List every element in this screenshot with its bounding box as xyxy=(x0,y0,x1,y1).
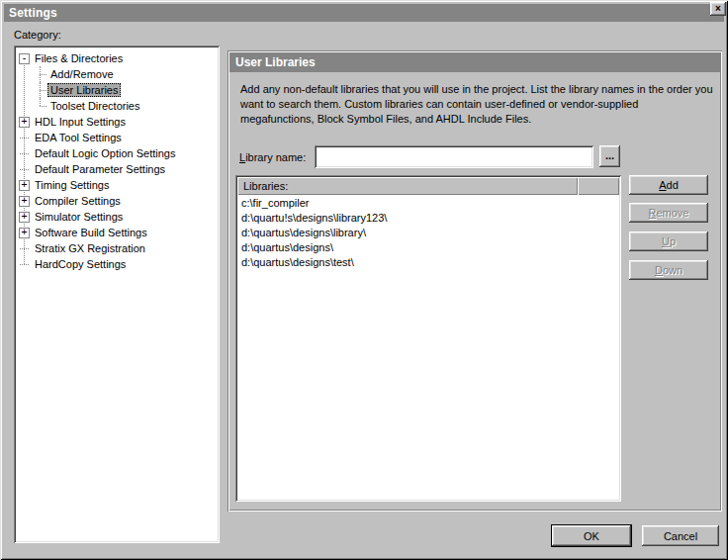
browse-button[interactable]: ... xyxy=(599,145,620,167)
tree-item-label[interactable]: HardCopy Settings xyxy=(32,257,129,271)
tree-item-default-logic-option-settings[interactable]: Default Logic Option Settings xyxy=(16,145,218,161)
library-path-item[interactable]: d:\quartus\designs\test\ xyxy=(241,255,619,270)
library-path-item[interactable]: d:\quartus\designs\ xyxy=(241,240,619,255)
list-header: Libraries: xyxy=(237,177,619,195)
tree-item-stratix-gx-registration[interactable]: Stratix GX Registration xyxy=(16,240,218,256)
cancel-button[interactable]: Cancel xyxy=(642,525,719,546)
tree-item-label[interactable]: EDA Tool Settings xyxy=(32,131,125,144)
tree-item-files-directories[interactable]: - Files & Directories xyxy=(16,50,218,66)
tree-item-user-libraries[interactable]: User Libraries xyxy=(16,82,218,98)
tree-item-label-selected[interactable]: User Libraries xyxy=(47,83,121,97)
tree-item-label[interactable]: Timing Settings xyxy=(32,178,112,192)
tree-connector xyxy=(32,66,47,82)
tree-item-label[interactable]: Toolset Directories xyxy=(47,99,142,113)
up-button[interactable]: Up xyxy=(629,232,708,251)
tree-item-label[interactable]: Compiler Settings xyxy=(32,194,124,208)
expand-icon[interactable]: + xyxy=(19,196,30,207)
tree-item-label[interactable]: Default Logic Option Settings xyxy=(32,146,178,160)
tree-item-software-build-settings[interactable]: + Software Build Settings xyxy=(16,225,218,240)
tree-item-label[interactable]: Files & Directories xyxy=(32,51,126,65)
ok-button[interactable]: OK xyxy=(551,524,632,547)
tree-connector xyxy=(16,256,32,272)
library-path-item[interactable]: d:\quartu!s\designs\library123\ xyxy=(241,211,619,226)
panel-title-bar: User Libraries xyxy=(229,52,720,72)
remove-button[interactable]: Remove xyxy=(629,203,708,223)
settings-dialog: Settings × Category: - Files & Directori… xyxy=(0,0,728,560)
tree-item-compiler-settings[interactable]: + Compiler Settings xyxy=(16,193,218,209)
tree-item-add-remove[interactable]: Add/Remove xyxy=(16,66,218,82)
close-icon[interactable]: × xyxy=(710,2,726,16)
collapse-icon[interactable]: - xyxy=(19,53,30,64)
tree-connector xyxy=(16,145,32,161)
window-title: Settings xyxy=(9,6,57,20)
tree-root: - Files & Directories Add/Remove User Li… xyxy=(16,47,218,541)
tree-connector: + xyxy=(16,114,32,130)
library-name-input[interactable] xyxy=(315,145,593,168)
expand-icon[interactable]: + xyxy=(19,212,30,223)
library-name-label: Library name: xyxy=(239,151,306,163)
down-button[interactable]: Down xyxy=(629,260,708,280)
tree-item-label[interactable]: Add/Remove xyxy=(47,67,117,81)
tree-item-toolset-directories[interactable]: Toolset Directories xyxy=(16,98,218,114)
tree-item-eda-tool-settings[interactable]: EDA Tool Settings xyxy=(16,130,218,145)
tree-connector xyxy=(16,161,32,177)
tree-item-hardcopy-settings[interactable]: HardCopy Settings xyxy=(16,256,218,272)
tree-item-label[interactable]: Simulator Settings xyxy=(32,210,126,224)
expand-icon[interactable]: + xyxy=(19,228,30,238)
tree-connector xyxy=(16,240,32,256)
category-tree: - Files & Directories Add/Remove User Li… xyxy=(14,46,220,543)
list-items: c:\fir_compiler d:\quartu!s\designs\libr… xyxy=(237,195,619,500)
tree-connector: + xyxy=(16,209,32,225)
tree-connector xyxy=(32,82,47,98)
add-button[interactable]: Add xyxy=(629,175,708,195)
tree-connector: + xyxy=(16,225,32,240)
titlebar[interactable]: Settings xyxy=(4,4,724,22)
tree-item-label[interactable]: HDL Input Settings xyxy=(32,115,129,129)
tree-item-hdl-input-settings[interactable]: + HDL Input Settings xyxy=(16,114,218,130)
tree-connector xyxy=(16,130,32,145)
expand-icon[interactable]: + xyxy=(19,180,30,191)
user-libraries-panel: User Libraries Add any non-default libra… xyxy=(228,50,722,512)
tree-item-timing-settings[interactable]: + Timing Settings xyxy=(16,177,218,193)
tree-item-label[interactable]: Default Parameter Settings xyxy=(32,162,168,176)
tree-connector: - xyxy=(16,50,32,66)
panel-description: Add any non-default libraries that you w… xyxy=(240,82,713,127)
tree-item-simulator-settings[interactable]: + Simulator Settings xyxy=(16,209,218,225)
tree-item-default-parameter-settings[interactable]: Default Parameter Settings xyxy=(16,161,218,177)
list-header-spacer xyxy=(578,177,619,195)
tree-item-label[interactable]: Software Build Settings xyxy=(32,226,150,239)
library-path-item[interactable]: c:\fir_compiler xyxy=(241,196,619,211)
library-path-item[interactable]: d:\quartus\designs\library\ xyxy=(241,226,619,240)
tree-connector: + xyxy=(16,177,32,193)
expand-icon[interactable]: + xyxy=(19,117,30,128)
tree-item-label[interactable]: Stratix GX Registration xyxy=(32,241,148,255)
panel-title: User Libraries xyxy=(235,55,316,69)
tree-connector: + xyxy=(16,193,32,209)
category-label: Category: xyxy=(14,29,61,41)
libraries-list: Libraries: c:\fir_compiler d:\quartu!s\d… xyxy=(235,175,621,502)
tree-connector xyxy=(32,98,47,114)
list-header-libraries[interactable]: Libraries: xyxy=(237,177,578,195)
